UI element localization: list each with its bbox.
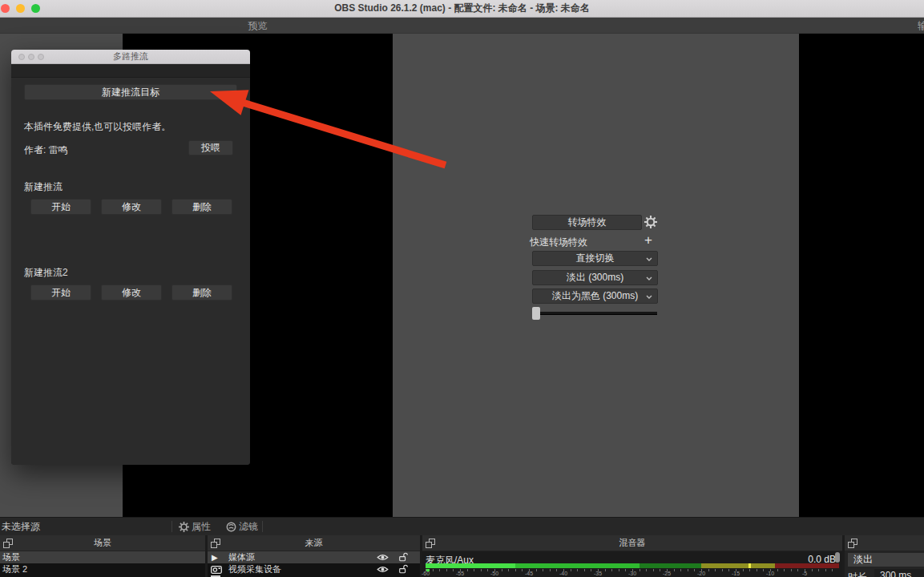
transitions-panel-button[interactable]: 转场特效 [532, 215, 642, 230]
mixer-panel-header[interactable]: 混音器 [422, 535, 842, 551]
source-label: 视频采集设备 [228, 563, 281, 575]
meter-tick-label: -55 [456, 571, 464, 576]
add-quick-transition-icon[interactable]: + [644, 232, 652, 248]
lock-open-icon[interactable] [398, 552, 408, 562]
chevron-down-icon [646, 257, 652, 261]
quick-transition-select-3[interactable]: 淡出为黑色 (300ms) [532, 288, 658, 304]
donate-button[interactable]: 投喂 [188, 140, 233, 155]
visibility-eye-icon[interactable] [377, 566, 389, 573]
status-message: 未选择源 [2, 518, 40, 535]
meter-tick-label: -10 [766, 571, 774, 576]
sources-panel-title: 来源 [208, 535, 420, 551]
meter-segment [640, 563, 701, 568]
transition-props-header[interactable] [845, 535, 924, 551]
stream1-modify-button[interactable]: 修改 [101, 199, 162, 215]
properties-gear-icon[interactable] [179, 522, 189, 532]
zoom-button[interactable] [31, 4, 40, 13]
bottom-docks: 场景 场景 场景 2 来源 ▶ 媒体源 [0, 535, 924, 577]
dock-float-icon[interactable] [848, 539, 857, 548]
status-toolbar: 未选择源 属性 滤镜 [0, 517, 924, 535]
stream2-name: 新建推流2 [24, 266, 68, 280]
dialog-minimize-button[interactable] [28, 54, 34, 60]
titlebar: OBS Studio 26.1.2 (mac) - 配置文件: 未命名 - 场景… [0, 0, 924, 18]
dialog-titlebar[interactable]: 多路推流 [11, 50, 250, 64]
plugin-info-text: 本插件免费提供,也可以投喂作者。 [24, 120, 171, 134]
chevron-down-icon [646, 295, 652, 299]
mixer-panel: 混音器 麦克风/Aux 0.0 dB -60-55-50-45-40-35-30… [422, 535, 842, 577]
obs-main-window: OBS Studio 26.1.2 (mac) - 配置文件: 未命名 - 场景… [0, 0, 924, 577]
window-title: OBS Studio 26.1.2 (mac) - 配置文件: 未命名 - 场景… [0, 0, 924, 17]
mixer-scrollbar[interactable] [835, 552, 840, 563]
view-label-strip: 预览 输 [0, 18, 924, 34]
dialog-zoom-button[interactable] [38, 54, 44, 60]
dialog-title: 多路推流 [11, 50, 250, 63]
meter-tick-label: -25 [663, 571, 671, 576]
meter-tick-label: -15 [732, 571, 740, 576]
duration-input[interactable]: 300 ms [874, 569, 924, 577]
meter-tick-label: -30 [628, 571, 636, 576]
gear-icon[interactable] [644, 216, 657, 228]
dialog-body: 新建推流目标 本插件免费提供,也可以投喂作者。 作者: 雷鸣 投喂 新建推流 开… [11, 78, 250, 465]
close-button[interactable] [1, 4, 10, 13]
video-capture-icon [211, 565, 222, 574]
duration-label: 时长 [848, 571, 867, 577]
meter-peak-marker [748, 563, 751, 568]
scene-list-item[interactable]: 场景 [0, 551, 205, 563]
meter-tick-label: -60 [422, 571, 430, 576]
dock-float-icon[interactable] [211, 539, 220, 548]
visibility-eye-icon[interactable] [377, 554, 389, 561]
lock-open-icon[interactable] [398, 564, 408, 574]
stream1-name: 新建推流 [24, 180, 63, 194]
quick-transition-value: 淡出为黑色 (300ms) [552, 290, 638, 301]
meter-tick-label: -5 [802, 571, 807, 576]
stream2-modify-button[interactable]: 修改 [101, 284, 162, 301]
program-label-partial: 输 [918, 18, 924, 34]
dock-float-icon[interactable] [426, 539, 435, 548]
mixer-panel-title: 混音器 [422, 535, 842, 551]
transition-props-panel: 淡出 时长 300 ms [845, 535, 924, 577]
transition-bar-track[interactable] [534, 312, 657, 315]
dialog-close-button[interactable] [18, 54, 25, 60]
dialog-band [11, 64, 250, 78]
program-canvas[interactable] [799, 34, 924, 517]
chevron-down-icon [646, 276, 652, 280]
meter-segment [426, 563, 515, 568]
meter-tick-label: -50 [490, 571, 498, 576]
quick-transition-select-2[interactable]: 淡出 (300ms) [532, 270, 658, 285]
meter-tick-label: -35 [594, 571, 602, 576]
multistream-dialog: 多路推流 新建推流目标 本插件免费提供,也可以投喂作者。 作者: 雷鸣 投喂 新… [11, 50, 250, 465]
scene-list-item[interactable]: 场景 2 [0, 563, 205, 575]
scenes-panel-title: 场景 [0, 535, 205, 551]
new-stream-target-button[interactable]: 新建推流目标 [24, 84, 237, 100]
stream2-start-button[interactable]: 开始 [30, 284, 91, 301]
meter-segment [515, 563, 640, 568]
quick-transitions-label: 快速转场特效 [530, 236, 587, 249]
source-label: 媒体源 [228, 551, 255, 563]
scenes-panel-header[interactable]: 场景 [0, 535, 205, 551]
stream1-delete-button[interactable]: 删除 [171, 199, 232, 215]
sources-panel: 来源 ▶ 媒体源 视频采集设备 [208, 535, 420, 577]
stream2-delete-button[interactable]: 删除 [171, 284, 232, 301]
quick-transition-value: 淡出 (300ms) [567, 272, 623, 283]
filters-icon[interactable] [226, 522, 236, 532]
meter-tick-label: -45 [525, 571, 533, 576]
author-label: 作者: 雷鸣 [24, 143, 68, 157]
volume-meter [426, 563, 839, 568]
toolbar-separator [171, 521, 172, 532]
stream1-start-button[interactable]: 开始 [30, 199, 91, 215]
meter-tick-labels: -60-55-50-45-40-35-30-25-20-15-10-5 [426, 571, 839, 577]
sources-panel-header[interactable]: 来源 [208, 535, 420, 551]
transition-bar-handle[interactable] [532, 307, 540, 320]
scenes-panel: 场景 场景 场景 2 [0, 535, 205, 577]
source-list-item[interactable]: ▶ 媒体源 [208, 551, 420, 563]
minimize-button[interactable] [16, 4, 25, 13]
dock-float-icon[interactable] [3, 539, 13, 548]
filters-button[interactable]: 滤镜 [239, 518, 258, 535]
transition-list-item[interactable]: 淡出 [848, 553, 924, 567]
source-list-item[interactable]: 视频采集设备 [208, 563, 420, 575]
toolbar-separator [262, 521, 263, 532]
meter-segment [701, 563, 775, 568]
quick-transition-select-1[interactable]: 直接切换 [532, 251, 658, 266]
properties-button[interactable]: 属性 [192, 518, 211, 535]
meter-tick-label: -20 [697, 571, 705, 576]
